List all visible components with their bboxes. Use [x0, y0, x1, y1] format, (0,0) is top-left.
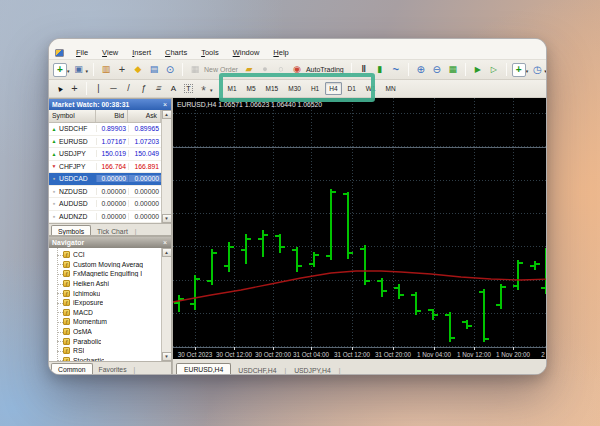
terminal-icon[interactable] — [147, 63, 161, 77]
text-icon[interactable] — [167, 82, 180, 95]
zoom-in-icon[interactable] — [414, 63, 428, 77]
navigator-item-momentum[interactable]: fMomentum — [49, 317, 152, 327]
market-watch-scrollbar[interactable]: ▲ ▼ — [161, 110, 171, 223]
navigator-close-icon[interactable]: × — [162, 239, 168, 246]
menu-item-file[interactable]: File — [69, 47, 95, 58]
x-axis-label: 31 Oct 04:00 — [293, 351, 330, 358]
line-chart-icon[interactable] — [389, 63, 403, 77]
navigator-tab-common[interactable]: Common — [51, 363, 93, 375]
new-chart-dropdown-icon[interactable]: ▾ — [67, 68, 70, 74]
symbol-name: AUDUSD — [59, 200, 88, 207]
column-header-bid[interactable]: Bid — [96, 110, 128, 122]
window-titlebar[interactable] — [49, 39, 546, 46]
market-watch-row[interactable]: ●USDCAD0.000000.00000 — [49, 173, 161, 186]
text-label-icon[interactable] — [182, 82, 195, 95]
arrows-icon[interactable] — [197, 82, 210, 95]
crosshair-icon[interactable] — [68, 82, 81, 95]
market-watch-row[interactable]: ▲EURUSD1.071671.07203 — [49, 136, 161, 149]
menu-item-charts[interactable]: Charts — [158, 47, 194, 58]
symbol-cell: ▲USDJPY — [49, 150, 96, 157]
strategy-tester-icon[interactable] — [163, 63, 177, 77]
market-watch-tab-tick-chart[interactable]: Tick Chart — [91, 226, 134, 236]
column-header-ask[interactable]: Ask — [128, 110, 161, 122]
navigator-item-fxmagnetic-engulfing-i[interactable]: fFxMagnetic Engulfing I — [49, 269, 152, 279]
menu-item-insert[interactable]: Insert — [125, 47, 158, 58]
chart-canvas[interactable]: EURUSD,H4 1.06571 1.06623 1.06440 1.0652… — [173, 98, 547, 359]
column-header-symbol[interactable]: Symbol — [49, 110, 96, 122]
navigator-item-heiken-ashi[interactable]: fHeiken Ashi — [49, 279, 152, 289]
arrows-dropdown-icon[interactable]: ▾ — [210, 87, 213, 93]
navigator-header[interactable]: Navigator × — [49, 237, 171, 248]
market-watch-close-icon[interactable]: × — [162, 101, 168, 108]
navigator-scrollbar[interactable]: ▲ ▼ — [161, 248, 171, 361]
timeframe-highlight-annotation — [219, 73, 375, 102]
scroll-up-icon[interactable]: ▲ — [162, 248, 172, 257]
market-watch-row[interactable]: ●AUDUSD0.000000.00000 — [49, 198, 161, 211]
navigator-item-stochastic[interactable]: fStochastic — [49, 356, 152, 361]
market-watch-tabs: SymbolsTick Chart| — [49, 223, 171, 236]
market-watch-row[interactable]: ▲USDJPY150.019150.049 — [49, 148, 161, 161]
indicators-icon[interactable] — [512, 63, 526, 77]
indicators-dropdown-icon[interactable]: ▾ — [526, 68, 529, 74]
periods-dropdown-icon[interactable]: ▾ — [544, 68, 546, 74]
navigator-icon[interactable] — [131, 63, 145, 77]
indicator-name: RSI — [73, 347, 84, 354]
scroll-down-icon[interactable]: ▼ — [162, 352, 172, 361]
navigator-item-iexposure[interactable]: fiExposure — [49, 298, 152, 308]
market-watch-row[interactable]: ●NZDUSD0.000000.00000 — [49, 186, 161, 199]
chart-tab-usdjpy-h4[interactable]: USDJPY,H4 — [287, 365, 338, 375]
up-arrow-icon: ▲ — [51, 151, 57, 157]
tab-divider: | — [133, 364, 137, 375]
new-order-icon[interactable] — [188, 63, 202, 77]
market-watch-header[interactable]: Market Watch: 00:38:31 × — [49, 99, 171, 110]
fibonacci-icon[interactable] — [137, 82, 150, 95]
new-chart-icon[interactable] — [53, 63, 67, 77]
chart-shift-icon[interactable] — [487, 63, 501, 77]
periods-icon[interactable] — [530, 63, 544, 77]
indicator-name: Stochastic — [73, 357, 104, 361]
navigator-item-custom-moving-averag[interactable]: fCustom Moving Averag — [49, 260, 152, 270]
auto-scroll-icon[interactable] — [471, 63, 485, 77]
chart-symbol-ohlc: EURUSD,H4 1.06571 1.06623 1.06440 1.0652… — [177, 101, 322, 108]
none-arrow-icon: ● — [51, 201, 57, 206]
cursor-icon[interactable] — [53, 82, 66, 95]
toolbar-separator — [408, 63, 409, 76]
navigator-item-rsi[interactable]: fRSI — [49, 346, 152, 356]
horizontal-line-icon[interactable] — [107, 82, 120, 95]
navigator-tab-favorites[interactable]: Favorites — [93, 364, 133, 375]
vertical-line-icon[interactable] — [92, 82, 105, 95]
trendline-icon[interactable] — [122, 82, 135, 95]
indicator-name: MACD — [73, 309, 93, 316]
menu-item-view[interactable]: View — [95, 47, 125, 58]
market-watch-row[interactable]: ▼CHFJPY166.764166.891 — [49, 161, 161, 174]
scroll-down-icon[interactable]: ▼ — [162, 214, 172, 223]
ask-value: 0.00000 — [128, 200, 161, 207]
zoom-out-icon[interactable] — [430, 63, 444, 77]
timeframe-button-mn[interactable]: MN — [382, 82, 400, 95]
menu-item-help[interactable]: Help — [266, 47, 295, 58]
market-watch-row[interactable]: ▲USDCHF0.899030.89965 — [49, 123, 161, 136]
market-watch-row[interactable]: ●AUDNZD0.000000.00000 — [49, 211, 161, 224]
market-watch-icon[interactable] — [99, 63, 113, 77]
new-order-label[interactable]: New Order — [204, 66, 238, 73]
scroll-up-icon[interactable]: ▲ — [162, 110, 172, 119]
autotrading-label[interactable]: AutoTrading — [306, 66, 344, 73]
chart-tab-eurusd-h4[interactable]: EURUSD,H4 — [176, 363, 231, 375]
tile-windows-icon[interactable] — [446, 63, 460, 77]
channel-icon[interactable] — [152, 82, 165, 95]
down-arrow-icon: ▼ — [51, 163, 57, 169]
menu-item-tools[interactable]: Tools — [194, 47, 226, 58]
navigator-item-macd[interactable]: fMACD — [49, 308, 152, 318]
navigator-item-parabolic[interactable]: fParabolic — [49, 336, 152, 346]
symbol-cell: ●AUDNZD — [49, 213, 96, 220]
data-window-icon[interactable] — [115, 63, 129, 77]
navigator-item-osma[interactable]: fOsMA — [49, 327, 152, 337]
x-axis-label: 1 Nov 20:00 — [496, 351, 530, 358]
chart-tab-usdchf-h4[interactable]: USDCHF,H4 — [231, 365, 283, 375]
market-watch-tab-symbols[interactable]: Symbols — [51, 225, 91, 236]
menu-item-window[interactable]: Window — [226, 47, 267, 58]
navigator-item-ichimoku[interactable]: fIchimoku — [49, 288, 152, 298]
profiles-dropdown-icon[interactable]: ▾ — [86, 68, 89, 74]
navigator-item-cci[interactable]: fCCI — [49, 250, 152, 260]
profiles-icon[interactable] — [72, 63, 86, 77]
